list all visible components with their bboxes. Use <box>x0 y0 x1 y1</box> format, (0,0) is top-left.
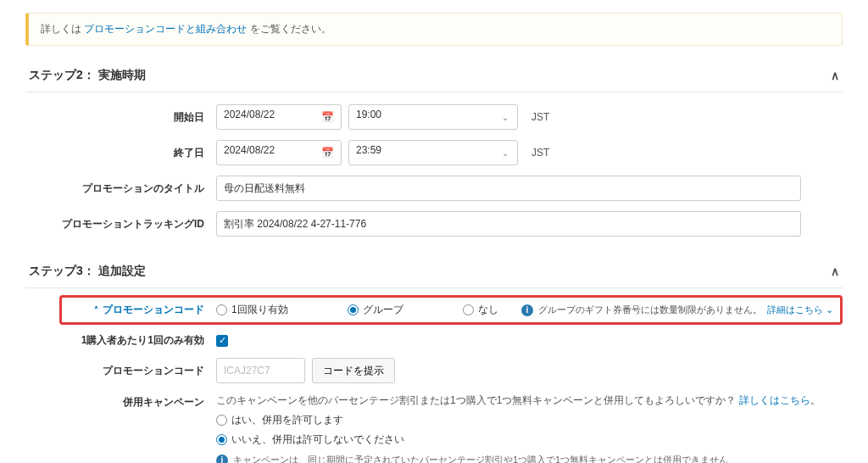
end-date-input[interactable]: 2024/08/22 📅 <box>216 140 342 165</box>
one-per-buyer-label: 1購入者あたり1回のみ有効 <box>25 333 216 348</box>
step3-title: ステップ3： 追加設定 <box>29 264 146 279</box>
promo-code-type-label[interactable]: ˄ プロモーションコード <box>69 303 216 317</box>
start-date-label: 開始日 <box>25 110 216 125</box>
tracking-id-label: プロモーショントラッキングID <box>25 217 216 232</box>
combine-label: 併用キャンペーン <box>25 393 216 410</box>
row-promo-code-input: プロモーションコード ICAJ27C7 コードを提示 <box>25 353 843 388</box>
chevron-up-icon[interactable]: ∧ <box>831 69 839 82</box>
info-icon: i <box>521 304 533 316</box>
end-date-label: 終了日 <box>25 146 216 160</box>
radio-icon <box>348 304 359 315</box>
radio-none[interactable]: なし <box>463 303 498 317</box>
info-bar: 詳しくは プロモーションコードと組み合わせ をご覧ください。 <box>25 13 843 46</box>
promo-code-input-label: プロモーションコード <box>25 364 216 378</box>
step2-title: ステップ2： 実施時期 <box>29 68 146 83</box>
info-icon: i <box>216 455 228 464</box>
step2-header[interactable]: ステップ2： 実施時期 ∧ <box>25 59 843 92</box>
calendar-icon: 📅 <box>321 147 334 159</box>
one-per-buyer-checkbox[interactable]: ✓ <box>216 335 228 347</box>
info-prefix: 詳しくは <box>41 23 84 35</box>
suggest-code-button[interactable]: コードを提示 <box>312 358 395 383</box>
info-link[interactable]: プロモーションコードと組み合わせ <box>84 23 247 35</box>
timezone-label: JST <box>525 111 549 123</box>
promo-code-info: i グループのギフト券番号には数量制限がありません。 詳細はこちら ⌄ <box>521 304 833 316</box>
row-tracking-id: プロモーショントラッキングID 割引率 2024/08/22 4-27-11-7… <box>25 206 843 242</box>
radio-icon <box>216 304 227 315</box>
promo-title-label: プロモーションのタイトル <box>25 181 216 196</box>
chevron-down-icon: ⌄ <box>502 148 509 158</box>
chevron-up-icon[interactable]: ∧ <box>831 265 839 278</box>
chevron-down-icon: ⌄ <box>502 113 509 122</box>
combine-note: i キャンペーンは、同じ期間に予定されていたパーセンテージ割引や1つ購入で1つ無… <box>216 454 728 463</box>
row-promo-title: プロモーションのタイトル 母の日配送料無料 <box>25 170 843 206</box>
timezone-label: JST <box>525 147 549 159</box>
tracking-id-input[interactable]: 割引率 2024/08/22 4-27-11-776 <box>216 211 801 237</box>
row-end-date: 終了日 2024/08/22 📅 23:59 ⌄ JST <box>25 135 843 170</box>
info-suffix: をご覧ください。 <box>250 23 331 35</box>
radio-icon <box>216 415 227 426</box>
promo-title-input[interactable]: 母の日配送料無料 <box>216 176 801 201</box>
detail-link[interactable]: 詳細はこちら ⌄ <box>767 304 833 316</box>
combine-question: このキャンペーンを他のパーセンテージ割引または1つ購入で1つ無料キャンペーンと併… <box>216 393 821 408</box>
radio-group-option[interactable]: グループ <box>348 303 403 317</box>
chevron-down-icon: ⌄ <box>826 304 833 315</box>
radio-icon <box>216 434 227 445</box>
promo-code-radio-group: 1回限り有効 グループ なし <box>216 303 498 317</box>
end-time-select[interactable]: 23:59 ⌄ <box>348 140 518 165</box>
promo-code-type-row: ˄ プロモーションコード 1回限り有効 グループ なし i グループのギフト券番… <box>59 295 843 325</box>
combine-radio-no[interactable]: いいえ、併用は許可しないでください <box>216 432 404 447</box>
row-one-per-buyer: 1購入者あたり1回のみ有効 ✓ <box>25 328 843 353</box>
combine-radio-yes[interactable]: はい、併用を許可します <box>216 413 343 427</box>
row-start-date: 開始日 2024/08/22 📅 19:00 ⌄ JST <box>25 99 843 135</box>
radio-once[interactable]: 1回限り有効 <box>216 303 288 317</box>
row-combine-campaign: 併用キャンペーン このキャンペーンを他のパーセンテージ割引または1つ購入で1つ無… <box>25 388 843 463</box>
step3-header[interactable]: ステップ3： 追加設定 ∧ <box>25 255 843 288</box>
start-date-input[interactable]: 2024/08/22 📅 <box>216 104 342 130</box>
caret-up-icon: ˄ <box>94 305 98 315</box>
combine-detail-link[interactable]: 詳しくはこちら <box>739 394 810 406</box>
radio-icon <box>463 304 474 315</box>
calendar-icon: 📅 <box>321 111 334 123</box>
start-time-select[interactable]: 19:00 ⌄ <box>348 104 518 130</box>
promo-code-input[interactable]: ICAJ27C7 <box>216 358 305 383</box>
